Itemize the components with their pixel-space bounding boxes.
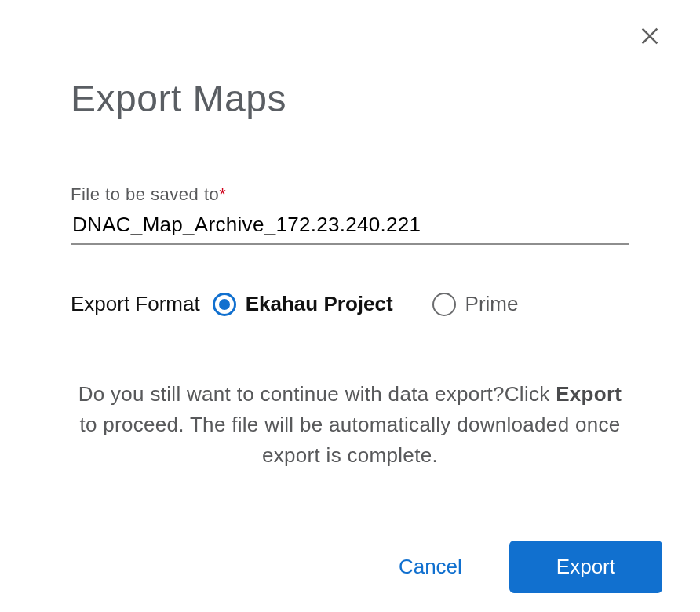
radio-label-prime: Prime (465, 292, 519, 316)
desc-part1: Do you still want to continue with data … (78, 382, 556, 406)
cancel-button[interactable]: Cancel (399, 555, 462, 579)
desc-bold: Export (556, 382, 622, 406)
radio-selected-icon (213, 293, 236, 316)
export-format-row: Export Format Ekahau Project Prime (71, 292, 629, 316)
export-button[interactable]: Export (509, 541, 662, 593)
export-maps-dialog: Export Maps File to be saved to* Export … (0, 0, 700, 612)
desc-part2: to proceed. The file will be automatical… (80, 413, 621, 467)
button-row: Cancel Export (399, 541, 662, 593)
radio-unselected-icon (432, 293, 456, 316)
filename-label-text: File to be saved to (71, 184, 219, 204)
description-text: Do you still want to continue with data … (71, 379, 629, 471)
radio-option-ekahau[interactable]: Ekahau Project (213, 292, 393, 316)
filename-label: File to be saved to* (71, 184, 629, 205)
filename-input[interactable] (71, 205, 629, 245)
radio-option-prime[interactable]: Prime (432, 292, 519, 316)
required-asterisk: * (219, 184, 226, 204)
radio-label-ekahau: Ekahau Project (246, 292, 393, 316)
export-format-label: Export Format (71, 292, 200, 316)
close-button[interactable] (637, 25, 662, 50)
dialog-title: Export Maps (71, 77, 629, 120)
close-icon (639, 25, 661, 50)
